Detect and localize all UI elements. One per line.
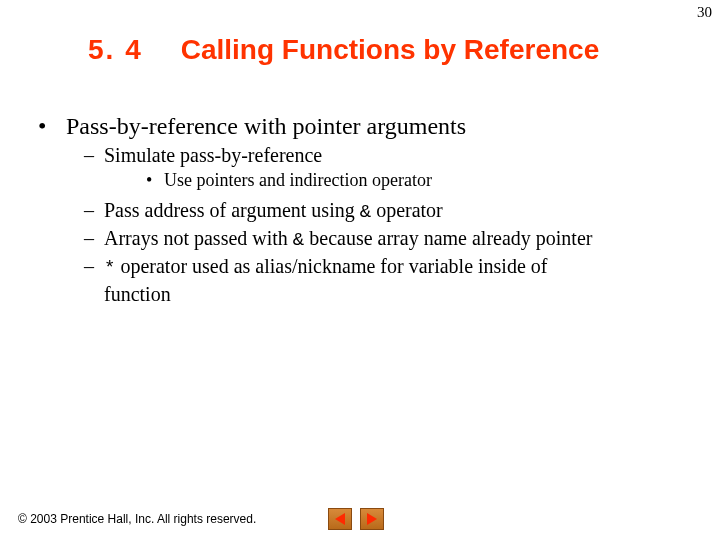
copyright-footer: © 2003 Prentice Hall, Inc. All rights re…	[18, 512, 256, 526]
bullet-text: operator	[371, 199, 443, 221]
prev-slide-button[interactable]	[328, 508, 352, 530]
bullet-text: Use pointers and indirection operator	[164, 170, 432, 190]
bullet-text: because array name already pointer	[304, 227, 592, 249]
dash-icon: –	[84, 198, 104, 222]
slide-body: •Pass-by-reference with pointer argument…	[38, 112, 700, 307]
bullet-level1: •Pass-by-reference with pointer argument…	[38, 112, 700, 141]
bullet-continuation: function	[104, 282, 700, 306]
copyright-icon: ©	[18, 512, 27, 526]
bullet-dot-icon: •	[146, 170, 164, 192]
bullet-text: Pass-by-reference with pointer arguments	[66, 113, 466, 139]
bullet-text: Simulate pass-by-reference	[104, 144, 322, 166]
section-title: Calling Functions by Reference	[181, 34, 600, 65]
slide-title: 5. 4 Calling Functions by Reference	[0, 34, 720, 66]
dash-icon: –	[84, 254, 104, 278]
page-number: 30	[697, 4, 712, 21]
section-number: 5. 4	[88, 34, 143, 65]
bullet-level2: –* operator used as alias/nickname for v…	[84, 254, 700, 280]
bullet-level2: –Simulate pass-by-reference	[84, 143, 700, 167]
slide: 30 5. 4 Calling Functions by Reference •…	[0, 0, 720, 540]
dash-icon: –	[84, 143, 104, 167]
nav-arrows	[328, 508, 384, 530]
dash-icon: –	[84, 226, 104, 250]
star-operator: *	[104, 257, 115, 279]
bullet-text: Pass address of argument using	[104, 199, 360, 221]
bullet-level2: –Arrays not passed with & because array …	[84, 226, 700, 252]
bullet-text: Arrays not passed with	[104, 227, 293, 249]
bullet-text: operator used as alias/nickname for vari…	[115, 255, 547, 277]
bullet-dot-icon: •	[38, 112, 66, 141]
bullet-level3: •Use pointers and indirection operator	[146, 170, 700, 192]
ampersand-operator: &	[293, 229, 304, 251]
next-slide-button[interactable]	[360, 508, 384, 530]
copyright-text: 2003 Prentice Hall, Inc. All rights rese…	[27, 512, 256, 526]
ampersand-operator: &	[360, 201, 371, 223]
bullet-level2: –Pass address of argument using & operat…	[84, 198, 700, 224]
